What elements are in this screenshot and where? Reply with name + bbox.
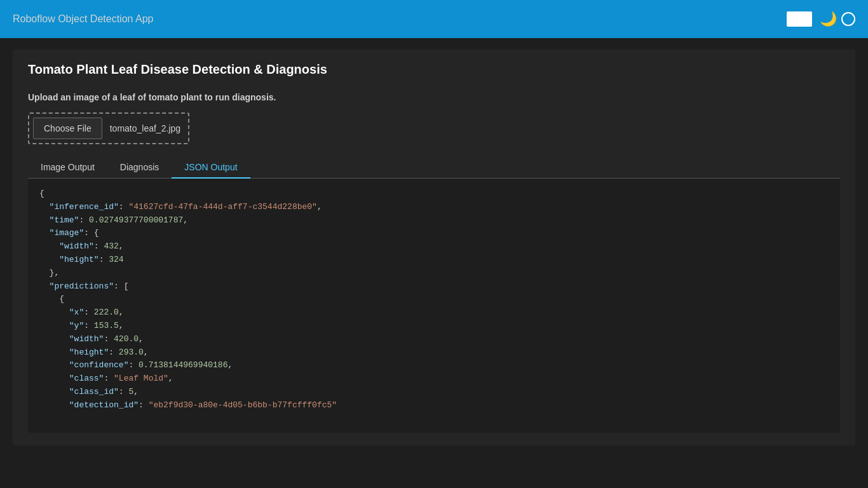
json-line: "confidence": 0.7138144969940186, (39, 359, 829, 372)
topbar-icon-circle (841, 12, 855, 26)
json-output-panel[interactable]: { "inference_id": "41627cfd-47fa-444d-af… (28, 179, 840, 433)
json-line: "class": "Leaf Mold", (39, 372, 829, 386)
topbar-icons: 🌙 (787, 11, 855, 27)
json-line: "height": 324 (39, 254, 829, 267)
json-line: "height": 293.0, (39, 346, 829, 360)
topbar: Roboflow Object Detection App 🌙 (0, 0, 868, 38)
tabs: Image Output Diagnosis JSON Output (28, 157, 840, 179)
json-line: "predictions": [ (39, 280, 829, 294)
moon-icon[interactable]: 🌙 (820, 12, 834, 26)
json-line: { (39, 187, 829, 201)
upload-label: Upload an image of a leaf of tomato plan… (28, 92, 840, 102)
file-upload-area: Choose File tomato_leaf_2.jpg (28, 112, 189, 144)
choose-file-button[interactable]: Choose File (33, 118, 102, 139)
json-line: "y": 153.5, (39, 320, 829, 333)
json-line: "width": 432, (39, 240, 829, 254)
json-line: "time": 0.02749377700001787, (39, 214, 829, 227)
page-title: Tomato Plant Leaf Disease Detection & Di… (28, 62, 840, 77)
json-line: { (39, 293, 829, 306)
json-line: "class_id": 5, (39, 386, 829, 399)
main-panel: Tomato Plant Leaf Disease Detection & Di… (13, 50, 855, 445)
json-line: "inference_id": "41627cfd-47fa-444d-aff7… (39, 201, 829, 214)
json-line: }, (39, 267, 829, 280)
tab-image-output[interactable]: Image Output (28, 157, 107, 179)
json-line: "x": 222.0, (39, 306, 829, 320)
json-line: "image": { (39, 227, 829, 240)
json-line: "detection_id": "eb2f9d30-a80e-4d05-b6bb… (39, 399, 829, 412)
chosen-file-name: tomato_leaf_2.jpg (110, 123, 180, 133)
tab-diagnosis[interactable]: Diagnosis (107, 157, 172, 179)
tab-json-output[interactable]: JSON Output (172, 157, 250, 179)
app-title: Roboflow Object Detection App (13, 13, 153, 25)
topbar-icon-rect (787, 11, 812, 27)
json-line: "width": 420.0, (39, 333, 829, 346)
